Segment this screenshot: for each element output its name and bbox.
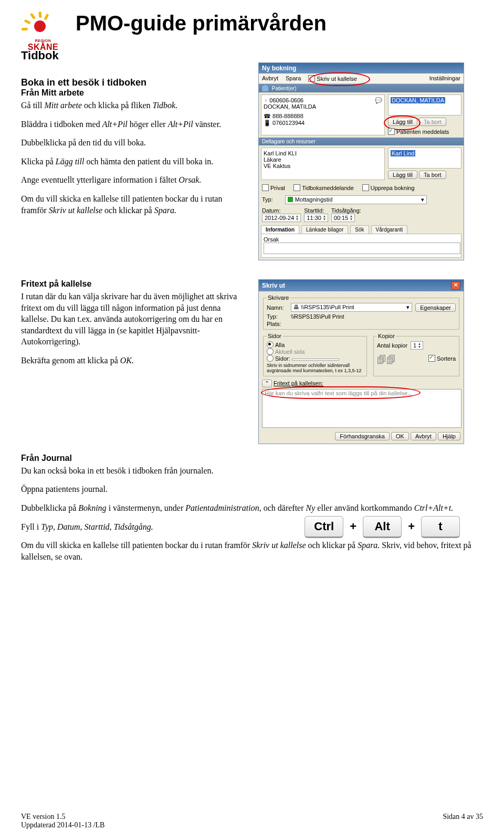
lagg-till-button[interactable]: Lägg till bbox=[388, 118, 417, 126]
tab-information[interactable]: Information bbox=[261, 225, 299, 234]
datum-input[interactable]: 2012-09-24▴▾ bbox=[262, 214, 301, 222]
antal-input[interactable]: 1▴▾ bbox=[411, 341, 423, 350]
radio-aktuell[interactable]: Aktuell sida bbox=[267, 348, 363, 355]
radio-alla[interactable]: Alla bbox=[267, 341, 363, 348]
typ-select[interactable]: Mottagningstid▾ bbox=[285, 195, 427, 204]
footer-updated: Uppdaterad 2014-01-13 /LB bbox=[21, 821, 104, 829]
printer-icon: 🖶 bbox=[293, 304, 299, 310]
fritext-expander[interactable]: Fritext på kallelsen: bbox=[274, 380, 323, 386]
ss1-title: Ny bokning bbox=[262, 65, 296, 72]
section3-p2: Öppna patientens journal. bbox=[21, 483, 483, 495]
ta-bort-button[interactable]: Ta bort bbox=[419, 118, 446, 126]
ta-bort-button-2[interactable]: Ta bort bbox=[419, 171, 446, 179]
typ-value2: \\RSPS135\Pull Print bbox=[291, 313, 344, 320]
spinner-icon[interactable]: ▴▾ bbox=[350, 215, 352, 221]
section1-p6: Om du vill skicka en kallelse till patie… bbox=[21, 193, 247, 216]
spinner-icon[interactable]: ▴▾ bbox=[323, 215, 326, 221]
section1-p1: Gå till Mitt arbete och klicka på fliken… bbox=[21, 100, 247, 111]
footer-page: Sidan 4 av 35 bbox=[443, 813, 483, 829]
forhandsgranska-button[interactable]: Förhandsgranska bbox=[335, 432, 390, 440]
ss1-menu: Avbryt Spara Skriv ut kallelse Inställni… bbox=[259, 73, 464, 84]
mobile-icon: 📱 bbox=[264, 120, 271, 126]
ss1-deltagare-label: Deltagare och resurser bbox=[259, 138, 464, 145]
green-square-icon bbox=[288, 197, 293, 202]
ok-button[interactable]: OK bbox=[391, 432, 409, 440]
tab-lankade[interactable]: Länkade bilagor bbox=[301, 225, 348, 234]
svg-rect-4 bbox=[22, 27, 28, 30]
key-ctrl: Ctrl bbox=[304, 516, 343, 538]
datum-label: Datum: bbox=[262, 207, 301, 214]
section1-p2: Bläddra i tidboken med Alt+Pil höger ell… bbox=[21, 119, 247, 130]
ss1-patient-list[interactable]: ♀ 060606-0606 💬 DOCKAN, MATILDA ☎ 888-88… bbox=[261, 94, 385, 135]
page-subtitle: Tidbok bbox=[21, 49, 483, 62]
ss1-menu-avbryt[interactable]: Avbryt bbox=[262, 75, 278, 82]
ss1-menu-install[interactable]: Inställningar bbox=[429, 75, 460, 82]
female-icon: ♀ bbox=[264, 97, 268, 103]
ss1-menu-skrivut[interactable]: Skriv ut kallelse bbox=[308, 75, 356, 82]
chevron-down-icon: ▾ bbox=[421, 196, 424, 203]
printer-select[interactable]: 🖶 \\RSPS135\Pull Print▾ bbox=[291, 303, 412, 312]
expand-button[interactable]: ⌃ bbox=[262, 380, 272, 387]
chk-sortera[interactable]: Sortera bbox=[428, 355, 456, 366]
skrivare-legend: Skrivare bbox=[267, 294, 290, 301]
sidor-input[interactable] bbox=[292, 359, 339, 361]
svg-point-0 bbox=[34, 20, 46, 32]
tidsatgang-label: Tidsåtgång: bbox=[331, 207, 361, 214]
ss1-patienter-label: Patient(er) bbox=[259, 84, 464, 92]
ss2-title: Skriv ut bbox=[262, 282, 285, 289]
svg-rect-3 bbox=[24, 19, 31, 25]
chk-privat[interactable]: Privat bbox=[262, 184, 285, 191]
orsak-input[interactable] bbox=[264, 243, 460, 254]
keyboard-shortcut: Ctrl + Alt + t bbox=[302, 516, 462, 538]
namn-label: Namn: bbox=[267, 304, 288, 311]
ss1-meddelats[interactable]: Patienten meddelats bbox=[388, 128, 461, 135]
starttid-input[interactable]: 11:30▴▾ bbox=[304, 214, 328, 222]
svg-rect-2 bbox=[30, 13, 36, 19]
ss1-resource-list[interactable]: Karl Lind KLI Läkare VE Kaktus bbox=[261, 148, 385, 180]
section1-heading: Boka in ett besök i tidboken bbox=[21, 77, 247, 88]
person-icon bbox=[262, 85, 268, 91]
key-t: t bbox=[421, 516, 460, 538]
section2-heading: Fritext på kallelse bbox=[21, 279, 247, 289]
checkbox-icon[interactable] bbox=[308, 75, 315, 82]
checkbox-icon[interactable] bbox=[388, 128, 395, 135]
section1-p4: Klicka på Lägg till och hämta den patien… bbox=[21, 156, 247, 167]
typ-label2: Typ: bbox=[267, 313, 288, 320]
kopior-legend: Kopior bbox=[377, 333, 396, 339]
ss1-selected-patient[interactable]: DOCKAN, MATILDA bbox=[388, 94, 461, 115]
ss1-menu-spara[interactable]: Spara bbox=[286, 75, 301, 82]
egenskaper-button[interactable]: Egenskaper bbox=[415, 303, 456, 312]
sidor-help: Skriv in sidnummer och/eller sidinterval… bbox=[267, 363, 363, 374]
hjalp-button[interactable]: Hjälp bbox=[438, 432, 460, 440]
ss1-titlebar: Ny bokning bbox=[259, 63, 464, 73]
spinner-icon[interactable]: ▴▾ bbox=[296, 215, 298, 221]
tab-sok[interactable]: Sök bbox=[350, 225, 369, 234]
antal-label: Antal kopior bbox=[377, 342, 407, 349]
section1-p5: Ange eventuellt ytterligare information … bbox=[21, 174, 247, 186]
svg-rect-5 bbox=[44, 14, 49, 20]
avbryt-button[interactable]: Avbryt bbox=[411, 432, 436, 440]
section3-heading: Från Journal bbox=[21, 454, 483, 463]
section1-sub1: Från Mitt arbete bbox=[21, 88, 247, 98]
starttid-label: Starttid: bbox=[304, 207, 328, 214]
phone-icon: ☎ bbox=[264, 113, 271, 119]
page-title: PMO-guide primärvården bbox=[76, 12, 327, 35]
screenshot-ny-bokning: Ny bokning Avbryt Spara Skriv ut kallels… bbox=[258, 62, 464, 260]
tab-vardgaranti[interactable]: Vårdgaranti bbox=[371, 225, 408, 234]
radio-sidor[interactable]: Sidor: bbox=[267, 355, 363, 362]
fritext-textarea[interactable]: Här kan du skriva valfri text som läggs … bbox=[262, 389, 461, 428]
tidsatgang-input[interactable]: 00:15▴▾ bbox=[331, 214, 355, 222]
screenshot-skriv-ut: Skriv ut ✕ Skrivare Namn: 🖶 \\RSPS135\Pu… bbox=[258, 279, 464, 444]
lagg-till-button-2[interactable]: Lägg till bbox=[388, 171, 417, 179]
ss1-selected-resource[interactable]: Karl Lind bbox=[388, 148, 461, 169]
typ-label: Typ: bbox=[262, 196, 273, 203]
page-header: REGION SKÅNE PMO-guide primärvården bbox=[21, 10, 483, 52]
chk-tidboksmed[interactable]: Tidboksmeddelande bbox=[293, 184, 354, 191]
footer-version: VE version 1.5 bbox=[21, 813, 104, 821]
speech-icon: 💬 bbox=[375, 97, 382, 104]
close-icon[interactable]: ✕ bbox=[451, 281, 460, 290]
key-alt: Alt bbox=[363, 516, 402, 538]
section3-p1: Du kan också boka in ett besök i tidboke… bbox=[21, 465, 483, 477]
logo: REGION SKÅNE bbox=[21, 10, 65, 52]
chk-upprepa[interactable]: Upprepa bokning bbox=[362, 184, 415, 191]
